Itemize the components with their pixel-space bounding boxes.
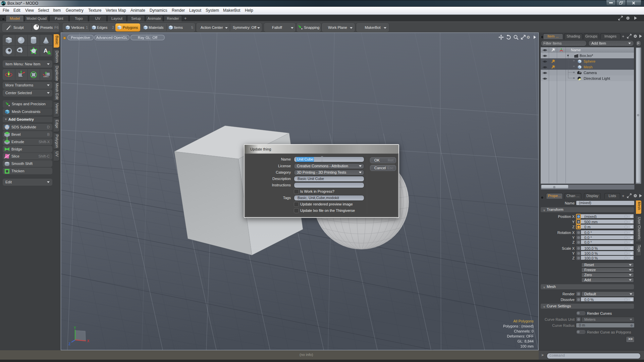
svg-text:X: X bbox=[87, 339, 90, 343]
svg-text:Z: Z bbox=[68, 342, 70, 346]
svg-text:&: & bbox=[47, 50, 51, 55]
svg-text:Y: Y bbox=[74, 326, 76, 330]
